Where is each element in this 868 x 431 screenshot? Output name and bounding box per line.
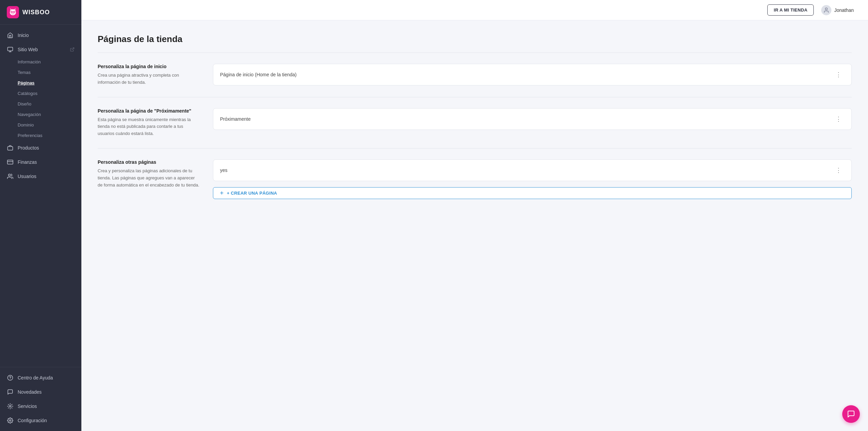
brand-name: WISBOO (22, 9, 50, 16)
sidebar-subitem-navegacion[interactable]: Navegación (0, 109, 81, 120)
settings-icon (7, 417, 14, 424)
chat-icon (847, 410, 855, 418)
section-home-title: Personaliza la página de inicio (98, 64, 199, 69)
title-divider (98, 53, 852, 53)
sidebar-item-sitio-web-label: Sitio Web (18, 47, 38, 52)
sidebar-item-centro-ayuda-label: Centro de Ayuda (18, 375, 53, 380)
home-page-card-label: Página de inicio (Home de la tienda) (220, 72, 297, 77)
section-other-pages: Personaliza otras páginas Crea y persona… (98, 159, 852, 199)
svg-point-17 (9, 420, 11, 422)
plus-icon (219, 191, 224, 195)
sidebar-item-configuracion-label: Configuración (18, 418, 47, 423)
topbar: IR A MI TIENDA Jonathan (81, 0, 868, 20)
yes-card-menu-button[interactable]: ⋮ (833, 166, 845, 175)
sidebar-subitem-catalogos[interactable]: Catálogos (0, 88, 81, 99)
svg-point-18 (825, 8, 827, 10)
sidebar-subitem-dominio[interactable]: Dominio (0, 120, 81, 130)
sidebar-item-productos-label: Productos (18, 145, 39, 151)
section-home-cards: Página de inicio (Home de la tienda) ⋮ (213, 64, 852, 85)
user-menu[interactable]: Jonathan (818, 4, 857, 17)
sidebar-bottom-nav: Centro de Ayuda Novedades Servicios (0, 367, 81, 431)
create-page-button[interactable]: + CREAR UNA PÁGINA (213, 187, 852, 199)
sidebar-item-finanzas-label: Finanzas (18, 159, 37, 165)
section1-divider (98, 97, 852, 97)
svg-rect-11 (7, 160, 13, 164)
sidebar-item-servicios-label: Servicios (18, 404, 37, 409)
coming-soon-card-menu-button[interactable]: ⋮ (833, 115, 845, 123)
yes-card: yes ⋮ (213, 159, 852, 181)
sidebar-subitem-paginas-label: Páginas (18, 80, 35, 85)
avatar (821, 5, 831, 15)
sidebar-subitem-navegacion-label: Navegación (18, 112, 41, 117)
external-link-icon (70, 47, 75, 52)
sidebar-item-inicio[interactable]: Inicio (0, 28, 81, 42)
main-wrapper: IR A MI TIENDA Jonathan Páginas de la ti… (81, 0, 868, 431)
message-square-icon (7, 389, 14, 395)
sidebar-item-novedades[interactable]: Novedades (0, 385, 81, 399)
page-content: Páginas de la tienda Personaliza la pági… (81, 20, 868, 431)
go-to-store-button[interactable]: IR A MI TIENDA (767, 4, 814, 16)
section-home-page: Personaliza la página de inicio Crea una… (98, 64, 852, 86)
sidebar-item-finanzas[interactable]: Finanzas (0, 155, 81, 169)
sidebar-logo: WISBOO (0, 0, 81, 25)
home-icon (7, 32, 14, 39)
svg-rect-10 (8, 146, 13, 150)
section-other-pages-desc: Personaliza otras páginas Crea y persona… (98, 159, 199, 189)
section-other-pages-body: Crea y personaliza las páginas adicional… (98, 168, 199, 189)
user-name: Jonathan (834, 7, 854, 13)
coming-soon-card-label: Próximamente (220, 116, 251, 122)
sidebar-subitem-informacion[interactable]: Información (0, 57, 81, 67)
sidebar-item-servicios[interactable]: Servicios (0, 399, 81, 413)
chat-fab-button[interactable] (842, 405, 860, 423)
svg-rect-6 (8, 47, 13, 51)
svg-line-9 (72, 48, 74, 50)
help-circle-icon (7, 374, 14, 381)
credit-card-icon (7, 159, 14, 165)
section-other-pages-cards: yes ⋮ + CREAR UNA PÁGINA (213, 159, 852, 199)
tool-icon (7, 403, 14, 410)
sidebar-subitem-diseno[interactable]: Diseño (0, 99, 81, 109)
section-coming-soon-body: Esta página se muestra únicamente mientr… (98, 116, 199, 137)
yes-card-label: yes (220, 168, 228, 173)
sidebar-item-productos[interactable]: Productos (0, 141, 81, 155)
svg-point-4 (11, 12, 12, 13)
tag-icon (7, 144, 14, 151)
sidebar-item-centro-ayuda[interactable]: Centro de Ayuda (0, 371, 81, 385)
sidebar-subitem-paginas[interactable]: Páginas (0, 78, 81, 88)
section-home-body: Crea una página atractiva y completa con… (98, 72, 199, 86)
section-coming-soon: Personaliza la página de "Próximamente" … (98, 108, 852, 137)
sidebar-navigation: Inicio Sitio Web Información (0, 25, 81, 367)
section-other-pages-title: Personaliza otras páginas (98, 159, 199, 165)
home-page-card: Página de inicio (Home de la tienda) ⋮ (213, 64, 852, 85)
users-icon (7, 173, 14, 180)
section-home-desc: Personaliza la página de inicio Crea una… (98, 64, 199, 86)
section-coming-soon-title: Personaliza la página de "Próximamente" (98, 108, 199, 114)
section2-divider (98, 148, 852, 149)
svg-point-1 (10, 10, 16, 15)
monitor-icon (7, 46, 14, 53)
sidebar-subitem-dominio-label: Dominio (18, 122, 34, 128)
sidebar-subitem-temas[interactable]: Temas (0, 67, 81, 78)
create-page-button-label: + CREAR UNA PÁGINA (227, 191, 277, 196)
coming-soon-card: Próximamente ⋮ (213, 108, 852, 130)
home-page-card-menu-button[interactable]: ⋮ (833, 70, 845, 79)
sidebar-subitem-temas-label: Temas (18, 70, 31, 75)
svg-point-5 (14, 12, 15, 13)
wisboo-logo-icon (7, 6, 19, 18)
sidebar-item-novedades-label: Novedades (18, 389, 42, 395)
sidebar-subitem-preferencias-label: Preferencias (18, 133, 42, 138)
sidebar-subitem-preferencias[interactable]: Preferencias (0, 130, 81, 141)
page-title: Páginas de la tienda (98, 34, 852, 44)
sidebar-item-inicio-label: Inicio (18, 33, 29, 38)
svg-point-16 (9, 406, 11, 407)
svg-point-13 (8, 174, 11, 176)
section-coming-soon-desc: Personaliza la página de "Próximamente" … (98, 108, 199, 137)
section-coming-soon-cards: Próximamente ⋮ (213, 108, 852, 130)
sidebar-item-sitio-web[interactable]: Sitio Web (0, 42, 81, 57)
sidebar-subitem-catalogos-label: Catálogos (18, 91, 38, 96)
sidebar: WISBOO Inicio Sitio Web (0, 0, 81, 431)
sidebar-subitem-diseno-label: Diseño (18, 101, 31, 106)
sidebar-item-configuracion[interactable]: Configuración (0, 413, 81, 428)
sidebar-item-usuarios-label: Usuarios (18, 174, 36, 179)
sidebar-item-usuarios[interactable]: Usuarios (0, 169, 81, 183)
